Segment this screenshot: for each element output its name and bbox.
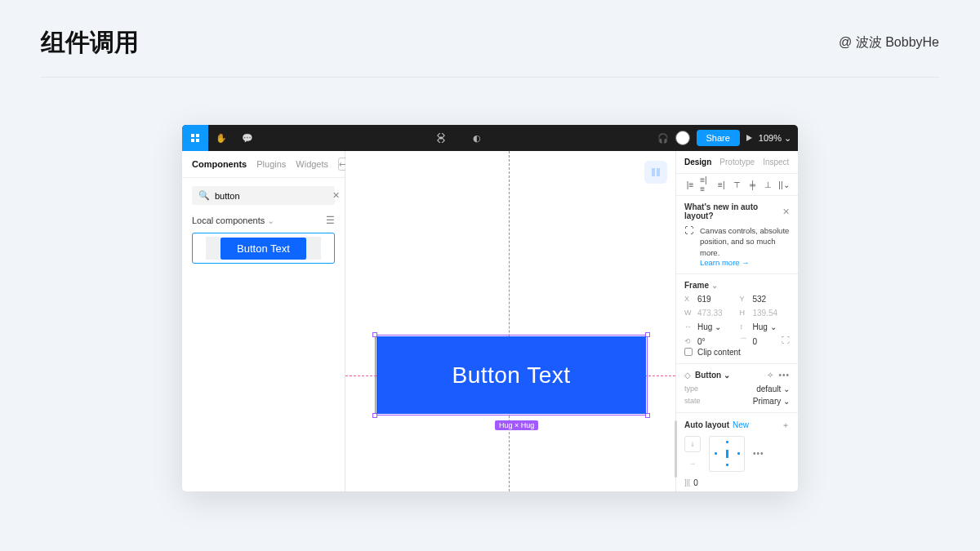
gap-input[interactable]: 0	[693, 478, 698, 487]
right-tabs: Design Prototype Inspect	[676, 151, 798, 174]
search-input[interactable]	[215, 191, 327, 201]
chevron-down-icon: ⌄	[711, 281, 718, 290]
comment-icon: 💬	[242, 133, 253, 144]
figma-window: ✋ 💬 ◐ 🎧 Share 109%⌄ Components	[182, 125, 798, 491]
top-toolbar: ✋ 💬 ◐ 🎧 Share 109%⌄	[182, 125, 798, 151]
align-hcenter-button[interactable]: ≡|≡	[700, 179, 711, 190]
frame-x-input[interactable]: 619	[697, 295, 735, 304]
grid-icon	[190, 133, 200, 143]
clear-icon[interactable]: ✕	[332, 190, 340, 201]
frame-vresize-select[interactable]: Hug ⌄	[753, 322, 791, 331]
guide-vertical	[509, 151, 510, 491]
frame-w-input[interactable]: 473.33	[697, 309, 735, 318]
direction-horizontal-button[interactable]: →	[684, 455, 701, 472]
whats-new-title: What's new in auto layout?	[684, 202, 782, 220]
clip-content-label: Clip content	[697, 348, 741, 357]
search-field[interactable]: 🔍 ✕	[192, 186, 335, 205]
present-button[interactable]	[746, 135, 752, 141]
frame-section: Frame ⌄ X619 Y532 W473.33 H139.54 ↔Hug ⌄…	[676, 274, 798, 364]
divider	[41, 77, 939, 78]
zoom-control[interactable]: 109%⌄	[759, 133, 791, 144]
thumb-cap-left	[206, 237, 220, 260]
frame-h-input[interactable]: 139.54	[753, 309, 791, 318]
tab-components[interactable]: Components	[192, 159, 247, 169]
svg-rect-6	[652, 168, 655, 176]
align-vcenter-button[interactable]: ╪	[747, 179, 759, 190]
slide-title: 组件调用	[41, 26, 139, 60]
align-bottom-button[interactable]: ⊥	[763, 179, 774, 190]
hpad-icon: |□|	[684, 491, 693, 491]
component-tool-button[interactable]	[428, 125, 454, 151]
instance-options-button[interactable]: •••	[778, 371, 790, 380]
tab-prototype[interactable]: Prototype	[719, 158, 755, 167]
align-controls: |≡ ≡|≡ ≡| ⊤ ╪ ⊥ ||⌄	[676, 174, 798, 196]
frame-rotation-input[interactable]: 0°	[697, 337, 735, 346]
left-tabs: Components Plugins Widgets ⟵	[182, 151, 345, 178]
thumb-cap-right	[306, 237, 321, 260]
instance-icon: ◇	[684, 371, 691, 380]
independent-corners-button[interactable]: ⛶	[782, 335, 790, 344]
comment-tool-button[interactable]: 💬	[234, 125, 261, 151]
zoom-value: 109%	[759, 133, 782, 143]
add-autolayout-button[interactable]: ＋	[782, 420, 790, 431]
canvas[interactable]: Button Text Hug × Hug	[345, 151, 675, 491]
autolayout-more-button[interactable]: •••	[753, 449, 764, 458]
independent-padding-button[interactable]: ⛶	[782, 491, 790, 491]
component-thumbnail[interactable]: Button Text	[192, 233, 335, 264]
goto-main-button[interactable]: ✧	[767, 371, 773, 380]
tab-design[interactable]: Design	[684, 158, 711, 167]
autolayout-canvas-control[interactable]	[644, 161, 667, 184]
svg-rect-2	[191, 139, 194, 142]
absolute-position-icon: ⛶	[684, 225, 693, 267]
alignment-control[interactable]	[709, 436, 745, 472]
share-button[interactable]: Share	[697, 130, 740, 146]
right-panel: Design Prototype Inspect |≡ ≡|≡ ≡| ⊤ ╪ ⊥…	[675, 151, 798, 491]
frame-hresize-select[interactable]: Hug ⌄	[697, 322, 735, 331]
clip-content-checkbox[interactable]	[684, 348, 693, 356]
frame-y-input[interactable]: 532	[753, 295, 791, 304]
list-view-toggle[interactable]: ☰	[326, 215, 335, 226]
vpad-input[interactable]: 0	[725, 491, 730, 491]
svg-rect-0	[191, 134, 194, 137]
left-panel: Components Plugins Widgets ⟵ 🔍 ✕ Local c…	[182, 151, 345, 491]
align-top-button[interactable]: ⊤	[731, 179, 742, 190]
svg-rect-3	[196, 139, 199, 142]
prop-type-label: type	[684, 384, 698, 393]
frame-section-title[interactable]: Frame	[684, 281, 709, 290]
tab-inspect[interactable]: Inspect	[763, 158, 789, 167]
svg-rect-4	[438, 133, 444, 139]
local-components-header[interactable]: Local components ⌄	[192, 216, 274, 226]
align-right-button[interactable]: ≡|	[715, 179, 727, 190]
move-tool-button[interactable]: ✋	[208, 125, 234, 151]
prop-type-select[interactable]: default ⌄	[756, 384, 790, 393]
direction-vertical-button[interactable]: ↓	[684, 436, 701, 452]
scrollbar[interactable]	[675, 420, 677, 478]
search-icon: 🔍	[198, 190, 210, 201]
canvas-button-instance[interactable]: Button Text	[376, 336, 646, 414]
autolayout-title: Auto layout	[684, 420, 729, 429]
whats-new-panel: What's new in auto layout? ✕ ⛶ Canvas co…	[676, 196, 798, 274]
autolayout-section: Auto layoutNew ＋ ↓ → •••	[676, 413, 798, 491]
close-icon[interactable]: ✕	[782, 207, 790, 217]
chevron-down-icon: ⌄	[784, 133, 791, 144]
main-menu-button[interactable]	[182, 125, 208, 151]
mask-tool-button[interactable]: ◐	[464, 125, 490, 151]
tab-plugins[interactable]: Plugins	[256, 159, 286, 169]
distribute-button[interactable]: ||⌄	[778, 179, 790, 190]
learn-more-link[interactable]: Learn more →	[700, 258, 790, 267]
prop-state-select[interactable]: Primary ⌄	[753, 397, 790, 406]
whats-new-body: Canvas controls, absolute position, and …	[700, 225, 790, 258]
svg-rect-5	[438, 137, 444, 143]
align-left-button[interactable]: |≡	[684, 179, 696, 190]
thumb-button-label: Button Text	[220, 238, 306, 260]
hand-icon: ✋	[216, 133, 227, 144]
hpad-input[interactable]: 0	[696, 491, 701, 491]
vpad-icon: ⊟	[715, 491, 722, 491]
gap-icon: ]|[	[684, 478, 690, 487]
headphones-icon[interactable]: 🎧	[657, 133, 669, 144]
avatar[interactable]	[675, 131, 690, 145]
tab-widgets[interactable]: Widgets	[296, 159, 328, 169]
prop-state-label: state	[684, 397, 701, 405]
instance-name[interactable]: Button ⌄	[695, 371, 730, 380]
slide-author: @ 波波 BobbyHe	[839, 34, 939, 51]
